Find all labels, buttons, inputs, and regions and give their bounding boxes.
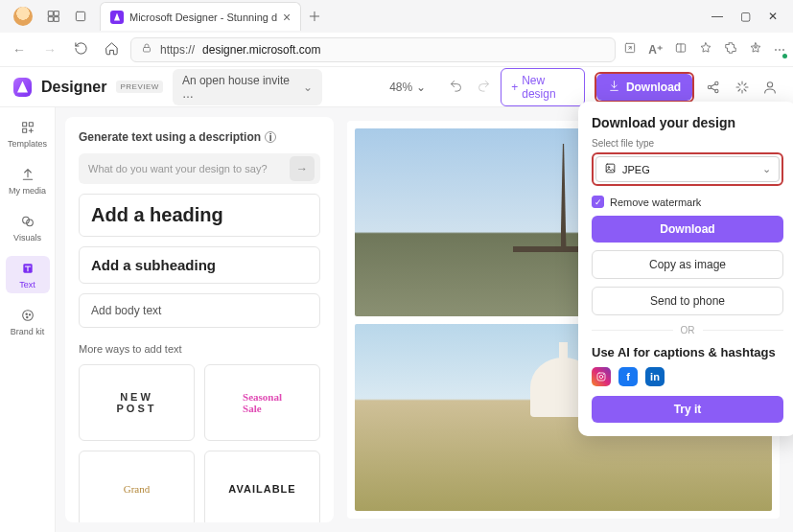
forward-button: → — [38, 42, 61, 58]
rail-brand-kit[interactable]: Brand kit — [6, 303, 50, 340]
example-grand[interactable]: Grand — [79, 451, 195, 522]
popover-title: Download your design — [592, 115, 783, 130]
copy-as-image-button[interactable]: Copy as image — [592, 250, 783, 279]
new-tab-button[interactable] — [301, 3, 328, 30]
back-button[interactable]: ← — [8, 42, 31, 58]
svg-rect-14 — [22, 128, 26, 132]
lock-icon — [141, 42, 152, 57]
collections-icon[interactable] — [749, 41, 762, 58]
designer-logo-icon — [13, 78, 32, 97]
redo-button[interactable] — [477, 79, 491, 96]
text-icon — [19, 260, 36, 277]
generate-send-button[interactable]: → — [290, 156, 315, 181]
svg-rect-22 — [606, 164, 615, 173]
workspaces-icon[interactable] — [40, 3, 67, 30]
ai-captions-title: Use AI for captions & hashtags — [592, 345, 783, 359]
my-media-icon — [19, 166, 36, 183]
linkedin-icon[interactable]: in — [645, 367, 665, 386]
maximize-icon[interactable]: ▢ — [740, 10, 751, 23]
read-aloud-icon[interactable]: A⁺ — [648, 43, 663, 57]
text-panel: Generate text using a description i What… — [65, 117, 334, 522]
svg-point-20 — [29, 314, 30, 315]
left-rail: Templates My media Visuals Text Brand ki… — [0, 107, 56, 532]
social-icons: f in — [592, 367, 783, 386]
sparkle-icon[interactable] — [733, 77, 752, 98]
favorite-icon[interactable] — [699, 41, 712, 58]
example-seasonal-sale[interactable]: SeasonalSale — [204, 364, 320, 441]
add-heading-button[interactable]: Add a heading — [79, 194, 320, 237]
visuals-icon — [19, 213, 36, 230]
download-button[interactable]: Download — [596, 74, 692, 101]
file-type-label: Select file type — [592, 138, 783, 149]
close-window-icon[interactable]: ✕ — [768, 10, 778, 23]
profile-avatar[interactable] — [13, 7, 33, 26]
example-new-post[interactable]: NEWPOST — [79, 364, 195, 441]
chevron-down-icon: ⌄ — [303, 81, 313, 94]
send-to-phone-button[interactable]: Send to phone — [592, 287, 783, 315]
close-tab-icon[interactable]: × — [283, 10, 291, 25]
plus-icon: + — [511, 81, 518, 94]
browser-tab[interactable]: Microsoft Designer - Stunning d × — [100, 2, 301, 31]
generate-text-input[interactable]: What do you want your design to say? → — [79, 153, 320, 184]
window-controls: — ▢ ✕ — [711, 10, 787, 23]
file-type-value: JPEG — [622, 164, 650, 175]
svg-point-18 — [22, 311, 33, 321]
svg-point-25 — [599, 375, 603, 379]
preview-badge: PREVIEW — [116, 81, 162, 93]
add-body-text-button[interactable]: Add body text — [79, 293, 320, 328]
project-dropdown[interactable]: An open house invite … ⌄ — [173, 69, 322, 105]
rail-my-media[interactable]: My media — [6, 162, 50, 199]
svg-point-11 — [768, 81, 773, 86]
url-input[interactable]: https://designer.microsoft.com — [130, 37, 616, 62]
facebook-icon[interactable]: f — [618, 367, 638, 386]
rail-text[interactable]: Text — [6, 256, 50, 293]
url-protocol: https:// — [160, 43, 195, 57]
svg-rect-3 — [55, 17, 59, 22]
tab-title: Microsoft Designer - Stunning d — [129, 12, 277, 23]
popover-download-button[interactable]: Download — [592, 216, 783, 243]
image-icon — [604, 162, 617, 176]
example-available[interactable]: AVAILABLE — [204, 451, 320, 522]
or-divider: OR — [592, 325, 783, 335]
tab-actions-icon[interactable] — [67, 3, 94, 30]
user-icon[interactable] — [760, 77, 780, 98]
svg-rect-4 — [76, 12, 84, 20]
svg-rect-0 — [49, 12, 54, 16]
svg-rect-12 — [22, 123, 26, 127]
new-design-button[interactable]: + New design — [501, 68, 585, 106]
minimize-icon[interactable]: — — [711, 10, 723, 23]
svg-rect-2 — [49, 17, 54, 22]
more-menu-icon[interactable]: ⋯ — [774, 43, 785, 57]
rail-templates[interactable]: Templates — [6, 115, 50, 152]
try-it-button[interactable]: Try it — [592, 396, 783, 423]
extensions-icon[interactable] — [724, 41, 737, 58]
chevron-down-icon: ⌄ — [416, 81, 426, 94]
browser-titlebar: Microsoft Designer - Stunning d × — ▢ ✕ — [0, 0, 793, 33]
split-screen-icon[interactable] — [674, 41, 688, 58]
new-design-label: New design — [522, 74, 574, 101]
add-subheading-button[interactable]: Add a subheading — [79, 246, 320, 284]
url-host: designer.microsoft.com — [202, 43, 320, 57]
file-type-select[interactable]: JPEG ⌄ — [595, 156, 780, 182]
design-canvas[interactable]: Download your design Select file type JP… — [334, 107, 793, 532]
home-button[interactable] — [100, 41, 123, 58]
svg-point-19 — [26, 313, 27, 314]
zoom-control[interactable]: 48% ⌄ — [389, 81, 426, 94]
undo-button[interactable] — [449, 79, 463, 96]
remove-watermark-checkbox[interactable]: ✓ Remove watermark — [592, 196, 783, 208]
share-icon[interactable] — [704, 77, 723, 98]
rail-visuals[interactable]: Visuals — [6, 209, 50, 246]
templates-icon — [19, 119, 36, 136]
main-content: Templates My media Visuals Text Brand ki… — [0, 107, 793, 532]
generate-placeholder: What do you want your design to say? — [88, 163, 290, 174]
addressbar-actions: A⁺ ⋯ — [623, 41, 785, 58]
file-type-highlight: JPEG ⌄ — [592, 152, 783, 186]
svg-rect-13 — [29, 123, 33, 127]
instagram-icon[interactable] — [592, 367, 611, 386]
download-label: Download — [626, 81, 681, 94]
chevron-down-icon: ⌄ — [762, 163, 771, 175]
info-icon[interactable]: i — [265, 131, 276, 143]
open-app-icon[interactable] — [623, 41, 637, 58]
browser-addressbar: ← → https://designer.microsoft.com A⁺ ⋯ — [0, 33, 793, 67]
reload-button[interactable] — [69, 41, 92, 58]
